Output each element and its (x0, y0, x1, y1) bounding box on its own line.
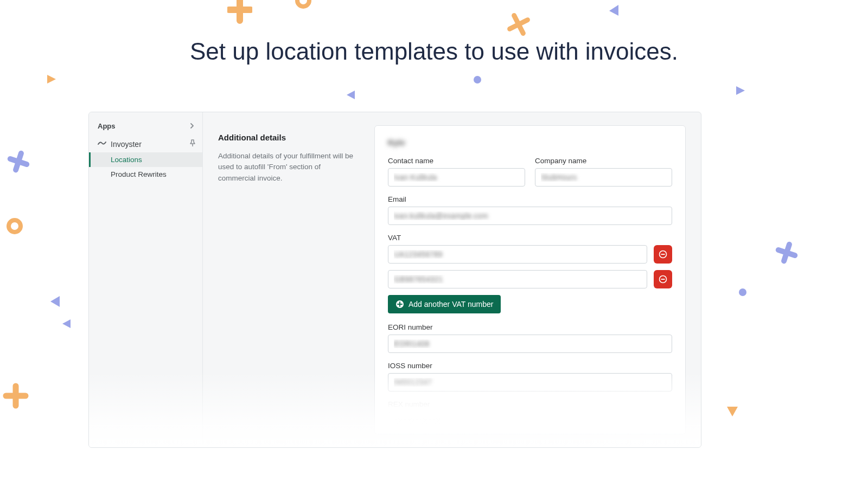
add-vat-button[interactable]: Add another VAT number (388, 295, 501, 313)
dot-icon (739, 288, 746, 296)
hero-title: Set up location templates to use with in… (0, 38, 868, 65)
svg-marker-2 (609, 5, 618, 16)
section-desc-text: Additional details of your fulfillment w… (218, 151, 359, 184)
minus-circle-icon (659, 275, 667, 284)
chevron-right-icon (189, 122, 195, 130)
input-vat-1[interactable] (388, 245, 647, 264)
remove-vat-button[interactable] (654, 245, 672, 264)
label-contact: Contact name (388, 157, 525, 165)
label-rex: REX number (388, 400, 672, 408)
plus-icon (227, 0, 252, 28)
svg-marker-8 (62, 319, 71, 328)
sidebar-app-name: Invoyster (111, 140, 142, 149)
circle-icon (294, 0, 312, 10)
svg-point-6 (9, 220, 21, 232)
plus-icon (3, 383, 29, 409)
label-eori: EORI number (388, 323, 672, 331)
input-vat-2[interactable] (388, 270, 647, 288)
svg-marker-7 (50, 296, 60, 307)
label-email: Email (388, 195, 672, 203)
sidebar-apps-label: Apps (98, 122, 116, 130)
input-email[interactable] (388, 207, 672, 225)
dot-icon (474, 76, 481, 84)
field-eori: EORI number (388, 323, 672, 353)
triangle-icon (48, 294, 62, 308)
triangle-icon (725, 404, 740, 420)
svg-marker-5 (736, 86, 745, 95)
sidebar-app-invoyster[interactable]: Invoyster (89, 136, 202, 152)
plus-icon (775, 241, 799, 265)
sidebar-item-label: Locations (111, 156, 142, 164)
triangle-icon (61, 318, 72, 329)
vat-row (388, 270, 672, 288)
sidebar-item-product-rewrites[interactable]: Product Rewrites (89, 167, 202, 182)
field-company: Company name (535, 157, 672, 187)
input-company[interactable] (535, 168, 672, 187)
svg-point-0 (297, 0, 309, 7)
triangle-icon (735, 85, 745, 95)
app-window: Apps Invoyster Locations Product Rewrite… (88, 112, 701, 448)
input-eori[interactable] (388, 335, 672, 353)
input-contact[interactable] (388, 168, 525, 187)
field-rex: REX number (388, 400, 672, 430)
app-icon (98, 139, 106, 149)
svg-point-9 (739, 288, 746, 296)
x-icon (507, 13, 530, 36)
location-name: Kyiv (388, 138, 672, 147)
label-company: Company name (535, 157, 672, 165)
svg-point-3 (474, 76, 481, 84)
vat-row (388, 245, 672, 264)
location-form-card: Kyiv Contact name Company name Email VAT (374, 125, 686, 434)
svg-marker-4 (347, 91, 355, 99)
field-email: Email (388, 195, 672, 225)
svg-marker-1 (47, 75, 56, 84)
field-contact: Contact name (388, 157, 525, 187)
sidebar-item-label: Product Rewrites (111, 170, 167, 178)
sidebar: Apps Invoyster Locations Product Rewrite… (89, 112, 203, 447)
field-ioss: IOSS number (388, 362, 672, 391)
section-title: Additional details (218, 133, 359, 142)
triangle-icon (345, 89, 356, 100)
sidebar-item-locations[interactable]: Locations (89, 152, 202, 167)
triangle-icon (607, 3, 621, 17)
label-vat: VAT (388, 234, 672, 242)
add-vat-label: Add another VAT number (409, 300, 493, 309)
plus-icon (7, 150, 30, 174)
content-area: Additional details Additional details of… (203, 112, 701, 447)
sidebar-header-apps[interactable]: Apps (89, 120, 202, 136)
input-ioss[interactable] (388, 373, 672, 391)
pin-icon[interactable] (189, 139, 196, 149)
triangle-icon (46, 73, 58, 85)
svg-marker-10 (727, 407, 738, 416)
plus-circle-icon (395, 300, 404, 309)
input-rex[interactable] (388, 412, 672, 430)
label-ioss: IOSS number (388, 362, 672, 370)
section-description: Additional details Additional details of… (218, 125, 359, 434)
circle-icon (5, 217, 24, 235)
minus-circle-icon (659, 250, 667, 259)
remove-vat-button[interactable] (654, 270, 672, 288)
